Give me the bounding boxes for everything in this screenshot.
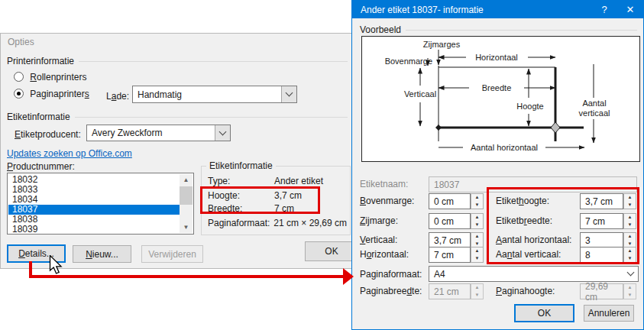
zijmarge-spinner[interactable]: ▲▼	[471, 213, 484, 229]
verwijderen-button[interactable]: Verwijderen	[141, 245, 203, 263]
preview-label-aantal-verticaal-1: Aantal	[582, 99, 606, 108]
lade-dropdown[interactable]: Handmatig	[132, 86, 297, 103]
etiketnaam-label: Etiketnaam:	[360, 179, 408, 189]
verticaal-field[interactable]: 3,7 cm	[429, 232, 471, 248]
lade-label: Lade:	[106, 91, 129, 102]
spin-down-icon[interactable]: ▼	[624, 292, 636, 299]
detail-row-paginaformaat: Paginaformaat: 21 cm × 29,69 cm	[208, 218, 347, 228]
corner-diamond-icon	[551, 122, 560, 133]
dialog-titlebar: Ander etiket 18037- informatie ? ✕	[352, 1, 643, 18]
paginahoogte-label: Paginahoogte:	[496, 286, 555, 296]
spin-up-icon[interactable]: ▲	[624, 284, 636, 292]
preview-diagram: Zijmarges Horizontaal Bovenmarge Vertica…	[362, 37, 639, 161]
corner-marker-icon	[435, 125, 442, 131]
dialog-title: Opties	[8, 37, 34, 47]
ok-button-left[interactable]: OK	[305, 241, 358, 261]
spin-up-icon[interactable]: ▲	[471, 247, 483, 255]
paginabreedte-label: Paginabreedte:	[360, 286, 422, 296]
panel-legend: Etiketinformatie	[206, 160, 276, 171]
voorbeeld-legend: Voorbeeld	[360, 24, 637, 35]
chevron-down-icon[interactable]	[215, 125, 230, 141]
paginahoogte-spinner[interactable]: ▲▼	[623, 283, 636, 299]
preview-label-zijmarges: Zijmarges	[423, 40, 461, 49]
dialog-title: Ander etiket 18037- informatie	[352, 5, 591, 15]
label-info-group-legend: Etiketinformatie	[7, 112, 348, 122]
preview-label-hoogte: Hoogte	[516, 102, 543, 111]
paginaformaat-value: A4	[429, 269, 623, 280]
close-icon[interactable]: ✕	[617, 1, 643, 18]
etiketproducent-dropdown[interactable]: Avery Zweckform	[86, 125, 231, 141]
annotation-arrowhead-icon	[343, 268, 354, 285]
zijmarge-field[interactable]: 0 cm	[429, 213, 471, 229]
spin-up-icon[interactable]: ▲	[471, 194, 483, 202]
paginaformaat-label: Paginaformaat:	[360, 269, 422, 280]
mouse-cursor-icon	[49, 255, 66, 277]
radio-rollenprinters[interactable]: Rollenprinters	[14, 72, 86, 82]
paginabreedte-spinner[interactable]: ▲▼	[471, 283, 484, 299]
spin-down-icon[interactable]: ▼	[471, 202, 483, 209]
radio-circle-icon	[14, 72, 24, 82]
etiketproducent-label: Etiketproducent:	[15, 129, 81, 140]
preview-label-horizontaal: Horizontaal	[475, 53, 518, 62]
chevron-down-icon[interactable]	[623, 267, 638, 281]
chevron-down-icon[interactable]	[281, 86, 296, 102]
preview-label-verticaal: Verticaal	[404, 89, 436, 99]
help-icon[interactable]: ?	[591, 1, 617, 18]
horizontaal-spinner[interactable]: ▲▼	[471, 247, 484, 263]
horizontaal-label: Horizontaal:	[360, 249, 409, 260]
paginahoogte-field[interactable]: 29,69 cm	[580, 283, 623, 299]
radio-paginaprinters[interactable]: Paginaprinters	[14, 89, 89, 99]
spin-down-icon[interactable]: ▼	[471, 222, 483, 229]
preview-box: Zijmarges Horizontaal Bovenmarge Vertica…	[361, 36, 640, 162]
radio-label: Rollenprinters	[30, 72, 86, 82]
scroll-thumb[interactable]	[180, 186, 193, 205]
lade-value: Handmatig	[133, 89, 281, 100]
preview-label-aantal-verticaal-2: verticaal	[579, 108, 610, 118]
spin-up-icon[interactable]: ▲	[471, 233, 483, 241]
preview-label-bovenmarge: Bovenmarge	[385, 57, 432, 66]
product-list-item[interactable]: 18039	[8, 225, 180, 233]
verticaal-spinner[interactable]: ▲▼	[471, 232, 484, 248]
annotation-arrow-horizontal	[29, 275, 344, 278]
spin-down-icon[interactable]: ▼	[471, 255, 483, 263]
opties-dialog: Opties Printerinformatie Rollenprinters …	[0, 33, 353, 269]
spin-up-icon[interactable]: ▲	[471, 284, 483, 292]
radio-label: Paginaprinters	[30, 89, 89, 99]
verticaal-label: Verticaal:	[360, 235, 397, 245]
etiketproducent-value: Avery Zweckform	[87, 128, 215, 138]
paginabreedte-field[interactable]: 21 cm	[429, 283, 471, 299]
nieuw-button[interactable]: Nieuw...	[73, 245, 131, 263]
scrollbar[interactable]: ▲ ▼	[180, 174, 193, 233]
product-list: 180321803318034180371803818039	[8, 175, 180, 233]
ok-button[interactable]: OK	[514, 304, 574, 322]
product-listbox: 180321803318034180371803818039 ▲ ▼	[7, 173, 194, 235]
paginaformaat-dropdown[interactable]: A4	[429, 266, 639, 282]
preview-label-breedte: Breedte	[482, 83, 512, 92]
horizontaal-field[interactable]: 7 cm	[429, 247, 471, 263]
printer-info-group-legend: Printerinformatie	[7, 56, 348, 66]
bovenmarge-field[interactable]: 0 cm	[429, 193, 471, 209]
spin-down-icon[interactable]: ▼	[471, 292, 483, 299]
spin-up-icon[interactable]: ▲	[471, 214, 483, 222]
bovenmarge-label: Bovenmarge:	[360, 196, 414, 206]
annuleren-button[interactable]: Annuleren	[584, 305, 634, 322]
updates-link[interactable]: Updates zoeken op Office.com	[7, 148, 132, 159]
radio-selected-icon	[14, 89, 24, 99]
ander-etiket-dialog: Ander etiket 18037- informatie ? ✕ Voorb…	[351, 0, 644, 330]
annotation-rect-etiket-fields	[487, 187, 639, 264]
bovenmarge-spinner[interactable]: ▲▼	[471, 193, 484, 209]
preview-label-aantal-horizontaal: Aantal horizontaal	[471, 143, 538, 152]
zijmarge-label: Zijmarge:	[360, 215, 398, 226]
productnummer-label: Productnummer:	[7, 161, 75, 172]
annotation-rect-hoogte-breedte	[200, 186, 320, 214]
scroll-down-icon[interactable]: ▼	[180, 222, 193, 233]
detail-row-type: Type: Ander etiket	[208, 176, 347, 186]
scroll-up-icon[interactable]: ▲	[180, 174, 193, 186]
